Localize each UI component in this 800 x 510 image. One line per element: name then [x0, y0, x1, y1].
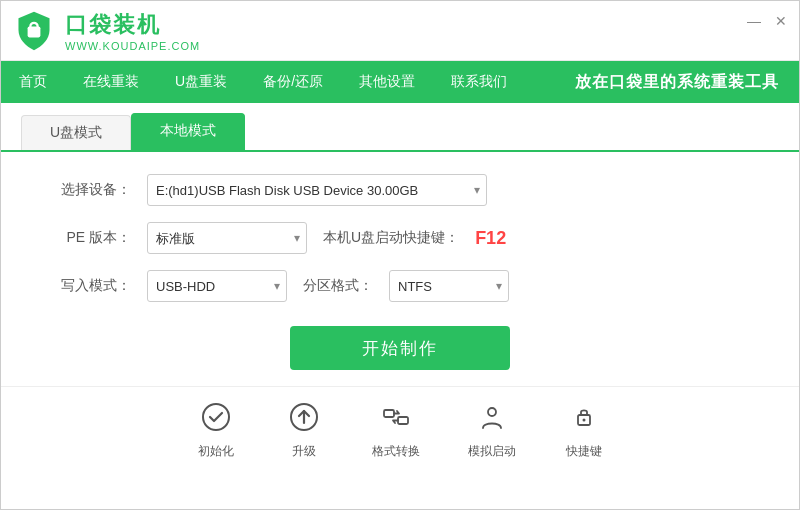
nav-item-backup[interactable]: 备份/还原 — [245, 61, 341, 103]
upgrade-icon — [284, 397, 324, 437]
partition-select-wrapper: NTFS — [389, 270, 509, 302]
write-select[interactable]: USB-HDD — [147, 270, 287, 302]
icon-item-shortcut[interactable]: 快捷键 — [564, 397, 604, 460]
logo-area: 口袋装机 WWW.KOUDAIPE.COM — [13, 10, 200, 52]
pe-select-wrapper: 标准版 — [147, 222, 307, 254]
bottom-icons: 初始化 升级 — [1, 386, 799, 468]
logo-text: 口袋装机 WWW.KOUDAIPE.COM — [65, 10, 200, 52]
device-label: 选择设备： — [61, 181, 131, 199]
form-row-pe: PE 版本： 标准版 本机U盘启动快捷键： F12 — [61, 222, 739, 254]
shortcut-label: 快捷键 — [566, 443, 602, 460]
close-button[interactable]: ✕ — [775, 13, 787, 29]
nav-item-usb[interactable]: U盘重装 — [157, 61, 245, 103]
form-row-device: 选择设备： E:(hd1)USB Flash Disk USB Device 3… — [61, 174, 739, 206]
tabs: U盘模式 本地模式 — [1, 103, 799, 152]
form-row-write: 写入模式： USB-HDD 分区格式： NTFS — [61, 270, 739, 302]
app-logo-icon — [13, 10, 55, 52]
form-area: 选择设备： E:(hd1)USB Flash Disk USB Device 3… — [1, 152, 799, 318]
icon-item-init[interactable]: 初始化 — [196, 397, 236, 460]
device-select-wrapper: E:(hd1)USB Flash Disk USB Device 30.00GB — [147, 174, 487, 206]
svg-point-8 — [583, 419, 586, 422]
main-window: 口袋装机 WWW.KOUDAIPE.COM — ✕ 首页 在线重装 U盘重装 备… — [0, 0, 800, 510]
btn-area: 开始制作 — [1, 318, 799, 386]
svg-rect-5 — [398, 417, 408, 424]
tab-local-mode[interactable]: 本地模式 — [131, 113, 245, 150]
start-button[interactable]: 开始制作 — [290, 326, 510, 370]
icon-item-upgrade[interactable]: 升级 — [284, 397, 324, 460]
format-label: 格式转换 — [372, 443, 420, 460]
shortcut-key-value: F12 — [475, 228, 506, 249]
nav-item-contact[interactable]: 联系我们 — [433, 61, 525, 103]
icon-item-format[interactable]: 格式转换 — [372, 397, 420, 460]
format-icon — [376, 397, 416, 437]
init-icon — [196, 397, 236, 437]
partition-select[interactable]: NTFS — [389, 270, 509, 302]
shortcut-hint-label: 本机U盘启动快捷键： — [323, 229, 459, 247]
window-controls: — ✕ — [747, 13, 787, 29]
write-select-wrapper: USB-HDD — [147, 270, 287, 302]
simulate-icon — [472, 397, 512, 437]
partition-label: 分区格式： — [303, 277, 373, 295]
simulate-label: 模拟启动 — [468, 443, 516, 460]
app-subtitle: WWW.KOUDAIPE.COM — [65, 40, 200, 52]
nav-items: 首页 在线重装 U盘重装 备份/还原 其他设置 联系我们 — [1, 61, 525, 103]
pe-select[interactable]: 标准版 — [147, 222, 307, 254]
icon-item-simulate[interactable]: 模拟启动 — [468, 397, 516, 460]
shortcut-icon — [564, 397, 604, 437]
tab-usb-mode[interactable]: U盘模式 — [21, 115, 131, 150]
upgrade-label: 升级 — [292, 443, 316, 460]
nav-slogan: 放在口袋里的系统重装工具 — [575, 72, 799, 93]
app-title: 口袋装机 — [65, 10, 200, 40]
nav-item-home[interactable]: 首页 — [1, 61, 65, 103]
pe-label: PE 版本： — [61, 229, 131, 247]
write-label: 写入模式： — [61, 277, 131, 295]
minimize-button[interactable]: — — [747, 13, 761, 29]
init-label: 初始化 — [198, 443, 234, 460]
svg-point-6 — [488, 408, 496, 416]
nav-item-online[interactable]: 在线重装 — [65, 61, 157, 103]
device-select[interactable]: E:(hd1)USB Flash Disk USB Device 30.00GB — [147, 174, 487, 206]
nav-item-settings[interactable]: 其他设置 — [341, 61, 433, 103]
content-area: U盘模式 本地模式 选择设备： E:(hd1)USB Flash Disk US… — [1, 103, 799, 509]
svg-rect-4 — [384, 410, 394, 417]
nav-bar: 首页 在线重装 U盘重装 备份/还原 其他设置 联系我们 放在口袋里的系统重装工… — [1, 61, 799, 103]
svg-point-2 — [203, 404, 229, 430]
title-bar: 口袋装机 WWW.KOUDAIPE.COM — ✕ — [1, 1, 799, 61]
